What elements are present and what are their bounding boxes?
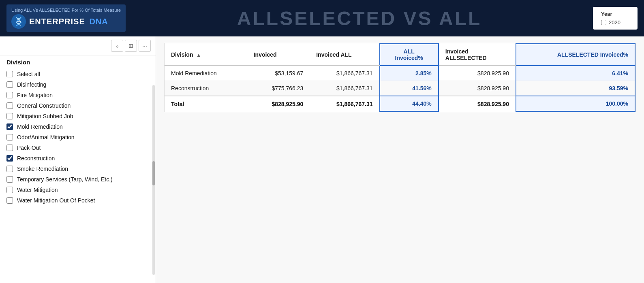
cell-invoiced-all: $1,866,767.31 [310,81,379,96]
table-header-row: Division ▲ Invoiced Invoiced ALL ALL Inv… [165,44,635,66]
more-icon: ··· [142,43,147,49]
sidebar-item-select-all[interactable]: Select all [0,69,156,79]
label-reconstruction[interactable]: Reconstruction [17,155,55,162]
label-select-all[interactable]: Select all [17,71,40,77]
checkbox-odor-animal-mitigation[interactable] [6,134,13,140]
label-general-construction[interactable]: General Construction [17,102,71,109]
year-2020-row[interactable]: 2020 [601,19,629,26]
sidebar-item-fire-mitigation[interactable]: Fire Mitigation [0,90,156,100]
year-2020-checkbox[interactable] [601,20,606,25]
sidebar-item-disinfecting[interactable]: Disinfecting [0,79,156,90]
col-invoiced-header: Invoiced [247,44,310,66]
expand-button[interactable]: ⊞ [125,40,137,52]
checkbox-temporary-services[interactable] [6,176,13,183]
checkbox-water-mitigation-oop[interactable] [6,197,13,204]
label-smoke-remediation[interactable]: Smoke Remediation [17,166,68,172]
checkbox-general-construction[interactable] [6,102,13,109]
footer-allselected-pct: 100.00% [516,96,635,111]
cell-invoiced-allselected: $828,925.90 [439,81,516,96]
sidebar-item-mitigation-subbed-job[interactable]: Mitigation Subbed Job [0,111,156,121]
table-row: Mold Remediation$53,159.67$1,866,767.312… [165,66,635,81]
expand-icon: ⊞ [128,43,133,49]
header-subtitle: Using ALL Vs ALLSELECTED For % Of Totals… [11,8,121,13]
checkbox-water-mitigation[interactable] [6,187,13,193]
cell-division: Reconstruction [165,81,247,96]
cell-all-pct: 41.56% [380,81,439,96]
cell-allselected-pct: 6.41% [516,66,635,81]
label-temporary-services[interactable]: Temporary Services (Tarp, Wind, Etc.) [17,176,113,183]
sidebar-toolbar: ⬦ ⊞ ··· [0,36,156,55]
year-panel: Year 2020 [593,7,638,30]
col-invoiced-all-header: Invoiced ALL [310,44,379,66]
checkbox-select-all[interactable] [6,71,13,77]
sidebar-scrollbar[interactable] [152,85,155,275]
sidebar-item-general-construction[interactable]: General Construction [0,100,156,111]
logo-area: Using ALL Vs ALLSELECTED For % Of Totals… [6,4,126,32]
table-row: Reconstruction$775,766.23$1,866,767.3141… [165,81,635,96]
sidebar-item-water-mitigation[interactable]: Water Mitigation [0,185,156,195]
label-disinfecting[interactable]: Disinfecting [17,81,46,88]
data-table: Division ▲ Invoiced Invoiced ALL ALL Inv… [165,43,635,112]
sidebar-list: Select allDisinfectingFire MitigationGen… [0,67,156,283]
logo-enterprise: ENTERPRISE [29,17,85,26]
cell-invoiced: $53,159.67 [247,66,310,81]
checkbox-pack-out[interactable] [6,145,13,151]
cell-invoiced-allselected: $828,925.90 [439,66,516,81]
main-content: Division ▲ Invoiced Invoiced ALL ALL Inv… [156,36,644,283]
sidebar-item-mold-remediation[interactable]: Mold Remediation [0,121,156,132]
col-all-invoiced-pct-header: ALL Invoiced% [380,44,439,66]
dna-logo-icon [11,14,26,29]
cell-all-pct: 2.85% [380,66,439,81]
footer-invoiced-all: $1,866,767.31 [310,96,379,111]
filter-button[interactable]: ⬦ [111,40,123,52]
logo-dna: DNA [89,17,108,26]
footer-all-pct: 44.40% [380,96,439,111]
label-water-mitigation[interactable]: Water Mitigation [17,187,58,193]
content-area: ⬦ ⊞ ··· Division Select allDisinfectingF… [0,36,644,283]
label-water-mitigation-oop[interactable]: Water Mitigation Out Of Pocket [17,197,95,204]
cell-division: Mold Remediation [165,66,247,81]
sidebar-item-temporary-services[interactable]: Temporary Services (Tarp, Wind, Etc.) [0,174,156,185]
col-allselected-invoiced-pct-header: ALLSELECTED Invoiced% [516,44,635,66]
label-mitigation-subbed-job[interactable]: Mitigation Subbed Job [17,113,73,119]
label-odor-animal-mitigation[interactable]: Odor/Animal Mitigation [17,134,75,140]
checkbox-disinfecting[interactable] [6,81,13,88]
table-body: Mold Remediation$53,159.67$1,866,767.312… [165,66,635,96]
label-mold-remediation[interactable]: Mold Remediation [17,123,63,130]
year-label: Year [601,11,629,17]
footer-invoiced: $828,925.90 [247,96,310,111]
sidebar-item-water-mitigation-oop[interactable]: Water Mitigation Out Of Pocket [0,195,156,206]
sidebar-item-smoke-remediation[interactable]: Smoke Remediation [0,164,156,174]
more-button[interactable]: ··· [139,40,151,52]
cell-invoiced: $775,766.23 [247,81,310,96]
sidebar-scrollbar-thumb[interactable] [152,161,155,185]
col-division-header: Division ▲ [165,44,247,66]
filter-icon: ⬦ [116,43,119,49]
checkbox-mitigation-subbed-job[interactable] [6,113,13,119]
sidebar-item-reconstruction[interactable]: Reconstruction [0,153,156,164]
main-title: ALLSELECTED VS ALL [126,7,593,30]
cell-invoiced-all: $1,866,767.31 [310,66,379,81]
table-footer: Total$828,925.90$1,866,767.3144.40%$828,… [165,96,635,111]
year-2020-label[interactable]: 2020 [609,19,620,26]
label-fire-mitigation[interactable]: Fire Mitigation [17,92,53,98]
checkbox-smoke-remediation[interactable] [6,166,13,172]
logo-main: ENTERPRISE DNA [11,14,108,29]
sidebar: ⬦ ⊞ ··· Division Select allDisinfectingF… [0,36,156,283]
footer-invoiced-allselected: $828,925.90 [439,96,516,111]
data-table-container: Division ▲ Invoiced Invoiced ALL ALL Inv… [164,43,636,112]
sidebar-item-pack-out[interactable]: Pack-Out [0,143,156,153]
sort-arrow-icon: ▲ [196,52,201,58]
checkbox-mold-remediation[interactable] [6,123,13,130]
label-pack-out[interactable]: Pack-Out [17,145,41,151]
cell-allselected-pct: 93.59% [516,81,635,96]
sidebar-title: Division [0,55,156,67]
checkbox-fire-mitigation[interactable] [6,92,13,98]
sidebar-item-odor-animal-mitigation[interactable]: Odor/Animal Mitigation [0,132,156,143]
header: Using ALL Vs ALLSELECTED For % Of Totals… [0,0,644,36]
col-invoiced-allselected-header: Invoiced ALLSELECTED [439,44,516,66]
table-footer-row: Total$828,925.90$1,866,767.3144.40%$828,… [165,96,635,111]
checkbox-reconstruction[interactable] [6,155,13,162]
logo-text: ENTERPRISE DNA [29,17,108,26]
footer-division: Total [165,96,247,111]
